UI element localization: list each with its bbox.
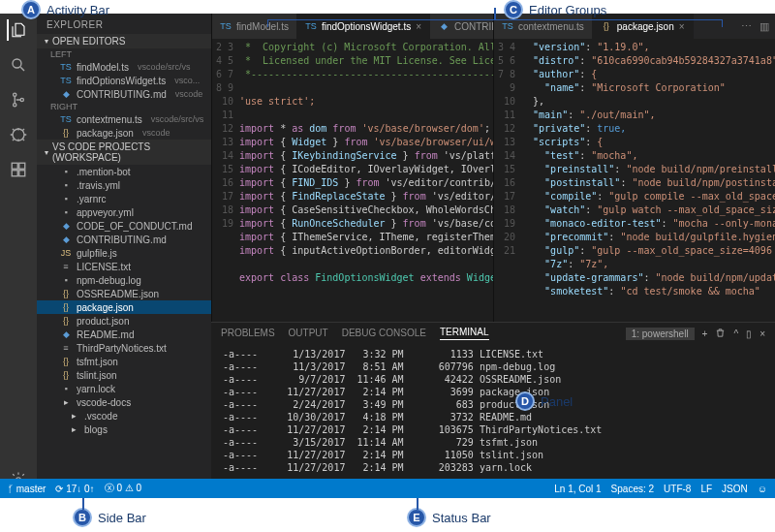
file-icon: TS (60, 113, 72, 125)
status-problems[interactable]: ⓧ 0 ⚠ 0 (105, 482, 141, 495)
status-spaces[interactable]: Spaces: 2 (611, 484, 654, 494)
svg-point-0 (13, 59, 21, 68)
file-icon: ▪ (60, 179, 72, 191)
file-icon: ▪ (60, 193, 72, 204)
file-icon: {} (60, 288, 72, 299)
file-item[interactable]: ▪.yarnrc (37, 192, 211, 205)
file-item[interactable]: ◆README.md (37, 328, 211, 341)
status-branch[interactable]: ᚶ master (8, 484, 46, 494)
status-sync[interactable]: ⟳ 17↓ 0↑ (55, 484, 94, 494)
callout-e: EStatus Bar (407, 508, 491, 527)
open-editors-header[interactable]: OPEN EDITORS (37, 34, 211, 48)
file-icon: {} (60, 315, 72, 327)
file-item[interactable]: ▪appveyor.yml (37, 205, 211, 219)
editor-area: TSfindModel.tsTSfindOptionsWidget.ts×◆CO… (211, 14, 775, 498)
editor-group-right: TScontextmenu.ts{}package.json×⋯▥ 3 4 5 … (493, 14, 775, 322)
code-editor-right[interactable]: 3 4 5 6 7 8 9 10 11 12 13 14 15 16 17 18… (494, 39, 775, 322)
open-editors-right-label: RIGHT (37, 101, 211, 112)
panel-tab[interactable]: TERMINAL (440, 327, 489, 340)
open-editors-left-label: LEFT (37, 48, 211, 60)
status-lncol[interactable]: Ln 1, Col 1 (554, 484, 601, 494)
callout-d: DPanel (515, 391, 573, 411)
file-icon: ▪ (60, 383, 72, 394)
search-icon[interactable] (8, 54, 29, 76)
file-icon: TS (60, 75, 72, 86)
svg-rect-5 (12, 163, 17, 169)
svg-rect-8 (19, 171, 25, 176)
code-editor-left[interactable]: 2 3 4 5 6 7 8 9 10 11 12 13 14 15 16 17 … (212, 39, 493, 322)
file-item[interactable]: {}tsfmt.json (37, 355, 211, 368)
callout-c: CEditor Groups (504, 0, 606, 19)
panel-tab[interactable]: DEBUG CONSOLE (342, 328, 426, 340)
svg-point-3 (20, 98, 23, 101)
explorer-icon[interactable] (7, 19, 28, 41)
more-icon[interactable]: ⋯ (741, 20, 752, 33)
panel-tabs: PROBLEMSOUTPUTDEBUG CONSOLETERMINAL 1: p… (211, 323, 775, 344)
folder-child[interactable]: ▸blogs (37, 422, 211, 436)
svg-point-2 (14, 104, 16, 107)
panel-tab[interactable]: OUTPUT (289, 328, 328, 340)
file-icon: {} (60, 369, 72, 381)
terminal-close-icon[interactable]: × (760, 329, 765, 339)
tab-actions: ⋯▥ (735, 14, 775, 39)
file-item[interactable]: ▪npm-debug.log (37, 273, 211, 287)
file-icon: {} (60, 301, 72, 313)
file-icon: ◆ (60, 234, 72, 245)
file-icon: {} (60, 356, 72, 367)
file-icon: ▪ (60, 274, 72, 286)
file-item[interactable]: ◆CODE_OF_CONDUCT.md (37, 219, 211, 233)
file-item[interactable]: {}tslint.json (37, 368, 211, 382)
file-item[interactable]: ≡ThirdPartyNotices.txt (37, 341, 211, 355)
svg-point-4 (13, 129, 24, 141)
svg-rect-7 (12, 171, 17, 176)
terminal-maximize-icon[interactable]: ^ (733, 329, 738, 339)
panel-tab[interactable]: PROBLEMS (221, 328, 275, 340)
open-editor-item[interactable]: {}package.jsonvscode (37, 126, 211, 140)
callout-a: AActivity Bar (21, 0, 109, 19)
open-editor-item[interactable]: ◆CONTRIBUTING.mdvscode (37, 87, 211, 101)
file-icon: TS (60, 61, 72, 73)
file-item[interactable]: {}product.json (37, 314, 211, 328)
svg-rect-6 (19, 163, 25, 169)
file-icon: ◆ (60, 88, 72, 100)
status-eol[interactable]: LF (700, 484, 712, 494)
file-item[interactable]: ≡LICENSE.txt (37, 260, 211, 273)
sidebar: EXPLORER OPEN EDITORS LEFT TSfindModel.t… (37, 14, 211, 498)
file-item[interactable]: ▪.mention-bot (37, 165, 211, 178)
extensions-icon[interactable] (8, 159, 29, 180)
bracket-c (267, 19, 723, 27)
debug-icon[interactable] (8, 124, 29, 145)
status-bar: ᚶ master ⟳ 17↓ 0↑ ⓧ 0 ⚠ 0 Ln 1, Col 1 Sp… (0, 479, 775, 498)
folder-child[interactable]: ▸.vscode (37, 409, 211, 422)
file-icon: TS (220, 20, 232, 32)
terminal-trash-icon[interactable] (715, 328, 726, 340)
git-icon[interactable] (8, 89, 29, 110)
workspace-header[interactable]: VS CODE PROJECTS (WORKSPACE) (37, 140, 211, 165)
file-item[interactable]: ▪yarn.lock (37, 382, 211, 395)
file-item[interactable]: {}OSSREADME.json (37, 287, 211, 300)
open-editor-item[interactable]: TSfindModel.tsvscode/src/vs (37, 60, 211, 74)
terminal-dropdown[interactable]: 1: powershell (626, 328, 695, 340)
file-item[interactable]: {}package.json (37, 300, 211, 314)
split-icon[interactable]: ▥ (760, 20, 769, 33)
svg-point-1 (14, 93, 16, 96)
status-encoding[interactable]: UTF-8 (664, 484, 691, 494)
file-item[interactable]: ▪.travis.yml (37, 178, 211, 192)
file-icon: ◆ (60, 220, 72, 232)
editor-group-left: TSfindModel.tsTSfindOptionsWidget.ts×◆CO… (211, 14, 493, 322)
terminal-new-icon[interactable]: + (702, 329, 708, 339)
activity-bar (0, 14, 37, 498)
file-icon: {} (60, 127, 72, 139)
file-item[interactable]: ◆CONTRIBUTING.md (37, 233, 211, 246)
status-lang[interactable]: JSON (722, 484, 748, 494)
open-editor-item[interactable]: TScontextmenu.tsvscode/src/vs (37, 112, 211, 126)
callout-b: BSide Bar (73, 508, 146, 527)
folder-item[interactable]: ▸vscode-docs (37, 395, 211, 409)
terminal-split-icon[interactable]: ▯ (746, 329, 752, 339)
editor-groups: TSfindModel.tsTSfindOptionsWidget.ts×◆CO… (211, 14, 775, 322)
status-feedback-icon[interactable]: ☺ (758, 484, 767, 494)
file-icon: ◆ (60, 329, 72, 340)
terminal-output[interactable]: -a---- 1/13/2017 3:32 PM 1133 LICENSE.tx… (211, 344, 775, 498)
file-item[interactable]: JSgulpfile.js (37, 246, 211, 260)
open-editor-item[interactable]: TSfindOptionsWidget.tsvsco... (37, 74, 211, 87)
